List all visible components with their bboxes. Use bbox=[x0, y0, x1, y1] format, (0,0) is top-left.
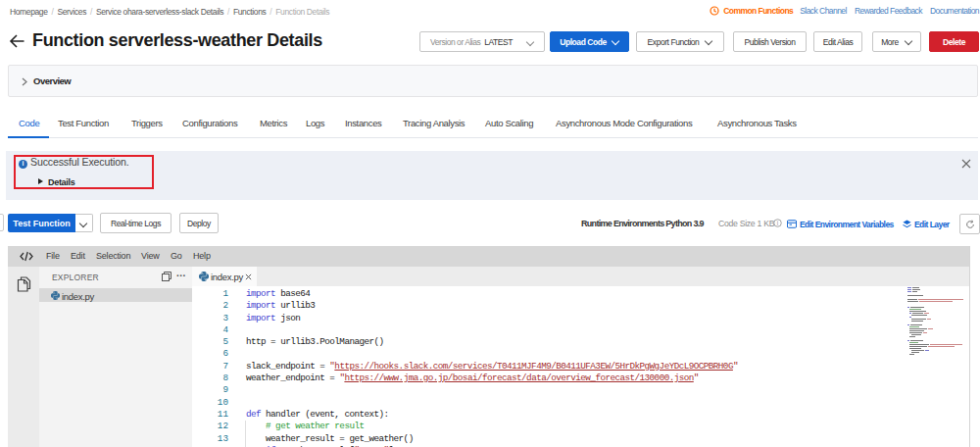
svg-text:i: i bbox=[777, 220, 778, 226]
